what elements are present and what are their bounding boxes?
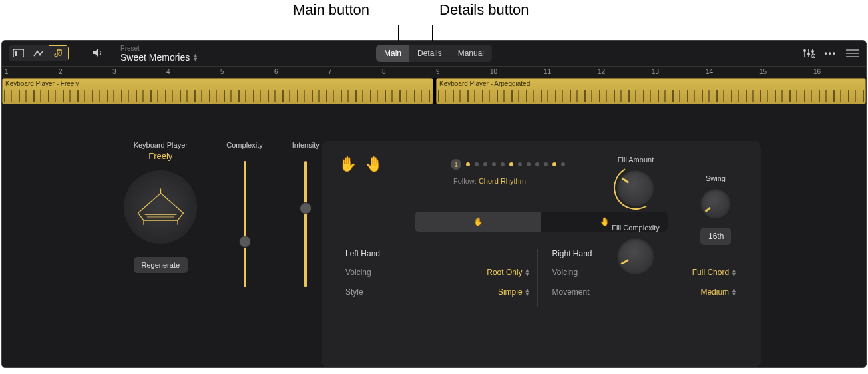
left-hand-tab[interactable]: ✋	[415, 212, 541, 232]
svg-rect-1	[15, 51, 17, 56]
regenerate-button[interactable]: Regenerate	[134, 257, 188, 273]
step-dot[interactable]	[527, 162, 531, 166]
fill-amount-knob[interactable]	[617, 169, 654, 206]
preset-name-text: Sweet Memories	[120, 52, 190, 63]
region-label: Keyboard Player - Freely	[3, 79, 433, 89]
left-style-value[interactable]: Simple▲▼	[498, 287, 531, 297]
player-type-label: Keyboard Player	[124, 141, 197, 149]
timeline-ruler[interactable]: 1 2 3 4 5 6 7 8 9 10 11 12 13 14 15 16	[2, 66, 866, 78]
toolbar: Preset Sweet Memories ▲▼ Main Details Ma…	[2, 41, 866, 66]
fill-complexity-label: Fill Complexity	[602, 224, 669, 232]
track-lane[interactable]: Keyboard Player - Freely Keyboard Player…	[2, 78, 866, 104]
step-number[interactable]: 1	[451, 159, 461, 170]
drag-handle-icon[interactable]	[846, 49, 859, 57]
step-dot[interactable]	[483, 162, 487, 166]
fill-amount-label: Fill Amount	[602, 156, 669, 164]
step-dot[interactable]	[552, 162, 556, 166]
swing-label: Swing	[689, 174, 742, 182]
knob-indicator	[705, 207, 711, 212]
hand-small-icon: ✋	[473, 217, 483, 226]
stepper-icon: ▲▼	[731, 288, 737, 296]
slider-thumb[interactable]	[239, 236, 251, 248]
step-dot[interactable]	[501, 162, 505, 166]
step-dots[interactable]: 1	[451, 159, 565, 170]
swing-knob[interactable]	[700, 188, 731, 218]
svg-point-2	[37, 51, 39, 53]
swing-block: Swing 16th	[689, 174, 742, 274]
step-dot[interactable]	[466, 162, 470, 166]
ruler-tick: 15	[760, 68, 767, 75]
ruler-tick: 8	[382, 68, 386, 75]
ruler-tick: 10	[490, 68, 497, 75]
midi-notes-icon	[4, 90, 431, 102]
callouts: Main button Details button	[0, 0, 868, 40]
ruler-tick: 14	[706, 68, 713, 75]
follow-label: Follow:	[453, 177, 477, 185]
follow-value[interactable]: Chord Rhythm	[479, 177, 526, 185]
intensity-label: Intensity	[292, 141, 320, 149]
left-hand-icon[interactable]: ✋	[339, 156, 357, 173]
right-hand-icon[interactable]: 🤚	[365, 156, 383, 173]
voicing-label: Voicing	[345, 268, 371, 277]
region-arpeggiated[interactable]: Keyboard Player - Arpeggiated	[436, 78, 866, 104]
ruler-tick: 6	[274, 68, 278, 75]
left-style-row: Style Simple▲▼	[345, 287, 531, 297]
slider-track[interactable]	[244, 161, 246, 287]
ruler-tick: 9	[436, 68, 440, 75]
step-dot[interactable]	[561, 162, 565, 166]
mode-details-button[interactable]: Details	[409, 45, 450, 62]
fill-amount-block: Fill Amount Fill Complexity	[602, 156, 669, 274]
preset-name: Sweet Memories ▲▼	[120, 52, 198, 63]
preset-stepper-icon[interactable]: ▲▼	[192, 53, 198, 61]
svg-point-3	[39, 54, 41, 56]
mixer-icon[interactable]: +	[803, 47, 815, 60]
ruler-tick: 12	[598, 68, 605, 75]
right-movement-row: Movement Medium▲▼	[552, 287, 738, 297]
left-voicing-value[interactable]: Root Only▲▼	[487, 268, 530, 277]
region-freely[interactable]: Keyboard Player - Freely	[2, 78, 433, 104]
ruler-tick: 11	[544, 68, 551, 75]
right-movement-value[interactable]: Medium▲▼	[700, 287, 737, 297]
swing-value-button[interactable]: 16th	[700, 228, 731, 245]
style-label: Style	[345, 287, 363, 297]
panel-view-button[interactable]	[9, 45, 29, 61]
automation-view-button[interactable]	[29, 45, 49, 61]
volume-icon[interactable]	[93, 48, 105, 59]
complexity-slider[interactable]: Complexity	[226, 141, 262, 287]
callout-details-label: Details button	[439, 1, 529, 19]
ruler-tick: 16	[813, 68, 821, 75]
ruler-tick: 5	[220, 68, 224, 75]
region-label: Keyboard Player - Arpeggiated	[437, 79, 865, 89]
left-controls: Keyboard Player Freely Regenerate Comple…	[2, 141, 322, 367]
intensity-slider[interactable]: Intensity	[292, 141, 320, 287]
svg-point-6	[811, 50, 814, 53]
ruler-tick: 3	[112, 68, 116, 75]
step-dot[interactable]	[509, 162, 513, 166]
mode-main-button[interactable]: Main	[376, 45, 409, 62]
step-dot[interactable]	[518, 162, 522, 166]
more-icon[interactable]: •••	[824, 49, 837, 58]
slider-thumb[interactable]	[300, 202, 312, 214]
slider-track[interactable]	[304, 161, 307, 287]
center-panel: ✋ 🤚 1 Fol	[322, 141, 761, 367]
editor-panel: Keyboard Player Freely Regenerate Comple…	[2, 104, 866, 367]
ruler-tick: 2	[59, 68, 63, 75]
step-dot[interactable]	[475, 162, 479, 166]
notes-view-button[interactable]	[49, 45, 69, 61]
step-dot[interactable]	[492, 162, 496, 166]
svg-text:+: +	[813, 54, 815, 58]
step-dot[interactable]	[544, 162, 548, 166]
left-voicing-row: Voicing Root Only▲▼	[345, 268, 531, 277]
piano-icon[interactable]	[124, 170, 197, 244]
left-hand-col: Left Hand Voicing Root Only▲▼ Style Simp…	[339, 249, 537, 307]
mode-manual-button[interactable]: Manual	[450, 45, 492, 62]
fill-complexity-block: Fill Complexity	[602, 224, 669, 274]
step-dot[interactable]	[535, 162, 539, 166]
left-hand-title: Left Hand	[345, 249, 531, 258]
ruler-tick: 7	[328, 68, 332, 75]
fill-complexity-knob[interactable]	[617, 237, 654, 274]
toolbar-right: + •••	[803, 47, 859, 60]
preset-block[interactable]: Preset Sweet Memories ▲▼	[120, 45, 198, 63]
midi-notes-icon	[438, 90, 864, 102]
svg-point-4	[803, 49, 806, 52]
